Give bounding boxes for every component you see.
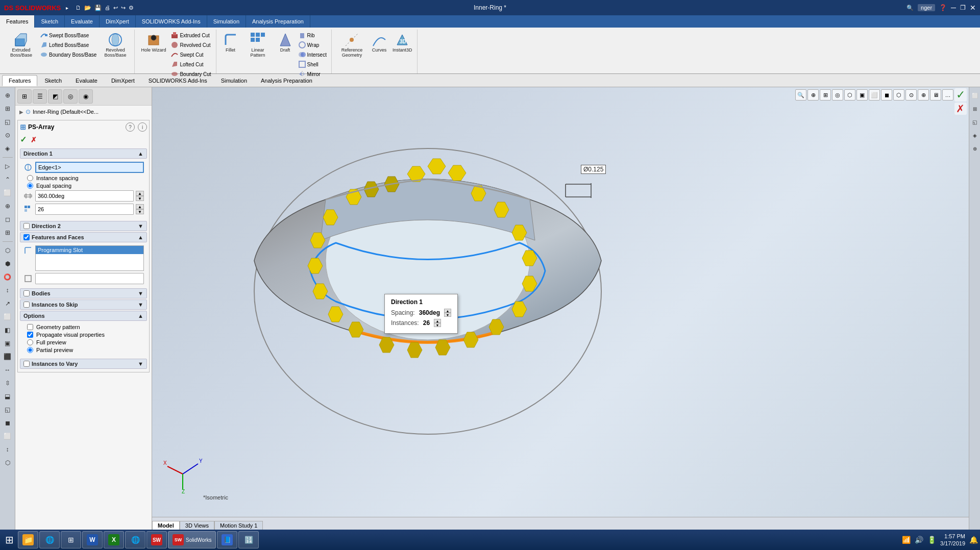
ribbon-item-extruded-cut[interactable]: Extruded Cut bbox=[169, 31, 212, 40]
taskbar-word[interactable]: W bbox=[82, 531, 103, 548]
tab-evaluate-nav[interactable]: Evaluate bbox=[69, 75, 104, 86]
right-icon-5[interactable]: ⊕ bbox=[969, 142, 981, 155]
vp-btn-7[interactable]: ⬜ bbox=[869, 89, 880, 101]
ribbon-item-revolved-boss[interactable]: Revolved Boss/Base bbox=[99, 31, 131, 59]
direction2-checkbox[interactable] bbox=[23, 223, 30, 229]
direction1-instances-up[interactable]: ▲ bbox=[136, 204, 144, 209]
left-icon-23[interactable]: ⬓ bbox=[2, 390, 14, 403]
taskbar-excel[interactable]: X bbox=[104, 531, 124, 548]
vp-btn-13[interactable]: … bbox=[942, 89, 953, 101]
left-icon-14[interactable]: ⭕ bbox=[2, 271, 14, 283]
ribbon-item-swept-cut[interactable]: Swept Cut bbox=[169, 50, 212, 59]
vp-btn-1[interactable]: 🔍 bbox=[795, 89, 806, 101]
instances-vary-header[interactable]: Instances to Vary ▼ bbox=[20, 359, 147, 369]
ribbon-item-rib[interactable]: Rib bbox=[297, 31, 328, 40]
tab-simulation[interactable]: Simulation bbox=[207, 15, 246, 28]
vp-btn-10[interactable]: ⊙ bbox=[905, 89, 917, 101]
system-clock[interactable]: 1:57 PM 3/17/2019 bbox=[940, 533, 965, 547]
ribbon-item-intersect[interactable]: Intersect bbox=[297, 50, 328, 59]
tab-dimxpert-nav[interactable]: DimXpert bbox=[105, 75, 141, 86]
ribbon-item-lofted-boss[interactable]: Lofted Boss/Base bbox=[38, 40, 98, 49]
ps-array-confirm[interactable]: ✓ bbox=[20, 135, 27, 144]
direction1-spacing-input[interactable] bbox=[35, 190, 134, 202]
right-icon-1[interactable]: ⬜ bbox=[969, 89, 981, 102]
qat-redo[interactable]: ↪ bbox=[121, 5, 126, 11]
vp-btn-9[interactable]: ⬡ bbox=[893, 89, 904, 101]
left-icon-22[interactable]: ⇳ bbox=[2, 377, 14, 389]
motion-study-tab[interactable]: Motion Study 1 bbox=[214, 521, 263, 530]
left-icon-1[interactable]: ⊕ bbox=[2, 89, 14, 102]
left-icon-24[interactable]: ◱ bbox=[2, 404, 14, 416]
direction1-spacing-down[interactable]: ▼ bbox=[136, 196, 144, 201]
left-icon-6[interactable]: ▷ bbox=[2, 160, 14, 172]
left-icon-2[interactable]: ⊞ bbox=[2, 103, 14, 115]
left-icon-4[interactable]: ⊙ bbox=[2, 129, 14, 141]
popup-instances-up[interactable]: ▲ bbox=[434, 319, 441, 323]
bodies-checkbox[interactable] bbox=[23, 290, 30, 296]
bodies-header[interactable]: Bodies ▼ bbox=[20, 288, 147, 298]
start-button[interactable]: ⊞ bbox=[2, 531, 17, 548]
partial-preview-radio[interactable] bbox=[27, 347, 33, 353]
left-icon-12[interactable]: ⬡ bbox=[2, 244, 14, 257]
left-icon-26[interactable]: ⬜ bbox=[2, 430, 14, 442]
direction1-instances-down[interactable]: ▼ bbox=[136, 209, 144, 214]
geometry-pattern-checkbox[interactable] bbox=[27, 324, 33, 330]
features-faces-checkbox[interactable] bbox=[23, 234, 30, 240]
tab-sketch-nav[interactable]: Sketch bbox=[38, 75, 68, 86]
ribbon-item-boundary-boss[interactable]: Boundary Boss/Base bbox=[38, 50, 98, 59]
ribbon-item-lofted-cut[interactable]: Lofted Cut bbox=[169, 60, 212, 69]
left-icon-25[interactable]: ◼ bbox=[2, 417, 14, 429]
tab-addins[interactable]: SOLIDWORKS Add-Ins bbox=[136, 15, 207, 28]
panel-tool-3[interactable]: ◩ bbox=[48, 89, 62, 104]
search-input-area[interactable]: nger bbox=[918, 4, 935, 11]
qat-new[interactable]: 🗋 bbox=[76, 5, 81, 11]
vp-btn-5[interactable]: ⬡ bbox=[844, 89, 855, 101]
left-icon-19[interactable]: ▣ bbox=[2, 337, 14, 349]
taskbar-sw-app[interactable]: SW bbox=[146, 531, 167, 548]
direction1-header[interactable]: Direction 1 ▲ bbox=[20, 148, 147, 159]
ps-array-help[interactable]: ? bbox=[126, 122, 135, 132]
direction2-header[interactable]: Direction 2 ▼ bbox=[20, 221, 147, 231]
left-icon-8[interactable]: ⬜ bbox=[2, 187, 14, 199]
right-icon-2[interactable]: ⊞ bbox=[969, 103, 981, 115]
ribbon-item-curves[interactable]: Curves bbox=[369, 31, 389, 54]
tab-addins-nav[interactable]: SOLIDWORKS Add-Ins bbox=[142, 75, 214, 86]
ribbon-item-reference-geometry[interactable]: Reference Geometry bbox=[336, 31, 368, 59]
taskbar-explorer[interactable]: 📁 bbox=[18, 531, 38, 548]
ribbon-item-shell[interactable]: Shell bbox=[297, 60, 328, 69]
programming-slot-item[interactable]: Programming Slot bbox=[36, 246, 143, 254]
left-icon-5[interactable]: ◈ bbox=[2, 142, 14, 155]
instances-skip-checkbox[interactable] bbox=[23, 302, 30, 308]
left-icon-10[interactable]: ◻ bbox=[2, 213, 14, 226]
ribbon-item-draft[interactable]: Draft bbox=[275, 31, 296, 54]
options-header[interactable]: Options ▲ bbox=[20, 311, 147, 321]
sys-tray-notification[interactable]: 🔔 bbox=[969, 536, 978, 544]
sys-tray-volume[interactable]: 🔊 bbox=[915, 536, 923, 544]
vp-btn-8[interactable]: ◼ bbox=[881, 89, 892, 101]
taskbar-chrome[interactable]: 🌐 bbox=[125, 531, 145, 548]
panel-tool-4[interactable]: ◎ bbox=[63, 89, 78, 104]
qat-print[interactable]: 🖨 bbox=[105, 5, 110, 11]
instances-skip-header[interactable]: Instances to Skip ▼ bbox=[20, 299, 147, 310]
titlebar-minimize[interactable]: ─ bbox=[951, 4, 956, 12]
tab-dimxpert[interactable]: DimXpert bbox=[100, 15, 136, 28]
sys-tray-battery[interactable]: 🔋 bbox=[927, 536, 936, 544]
features-list[interactable]: Programming Slot bbox=[35, 245, 144, 271]
tree-root[interactable]: ▶ ⊙ Inner-Ring (Default<<De... bbox=[17, 108, 150, 116]
panel-tool-5[interactable]: ◉ bbox=[79, 89, 93, 104]
sys-tray-network[interactable]: 📶 bbox=[902, 536, 911, 544]
viewport-confirm-btn[interactable]: ✓ bbox=[954, 88, 967, 102]
left-icon-21[interactable]: ↔ bbox=[2, 364, 14, 376]
tab-sketch[interactable]: Sketch bbox=[35, 15, 65, 28]
vp-btn-4[interactable]: ◎ bbox=[832, 89, 843, 101]
direction1-edge-input[interactable] bbox=[35, 162, 144, 173]
instance-spacing-radio[interactable] bbox=[27, 175, 33, 181]
full-preview-radio[interactable] bbox=[27, 339, 33, 345]
qat-settings[interactable]: ⚙ bbox=[129, 5, 134, 11]
equal-spacing-radio[interactable] bbox=[27, 183, 33, 189]
titlebar-close[interactable]: ✕ bbox=[970, 4, 976, 12]
left-icon-28[interactable]: ⬡ bbox=[2, 457, 14, 469]
vp-btn-6[interactable]: ▣ bbox=[856, 89, 868, 101]
instances-vary-checkbox[interactable] bbox=[23, 361, 30, 367]
left-icon-7[interactable]: ⌃ bbox=[2, 173, 14, 186]
